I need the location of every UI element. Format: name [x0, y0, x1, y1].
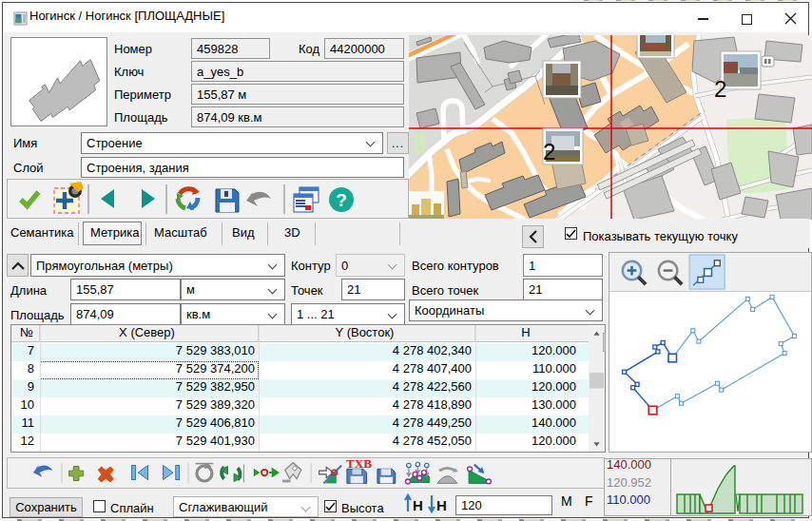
svg-text:?: ? — [336, 190, 347, 210]
svg-text:2: 2 — [714, 76, 726, 102]
svg-text:2: 2 — [543, 139, 555, 164]
svg-text:H: H — [413, 497, 423, 513]
svg-text:ТХВ: ТХВ — [346, 457, 372, 471]
svg-text:H: H — [436, 497, 447, 513]
